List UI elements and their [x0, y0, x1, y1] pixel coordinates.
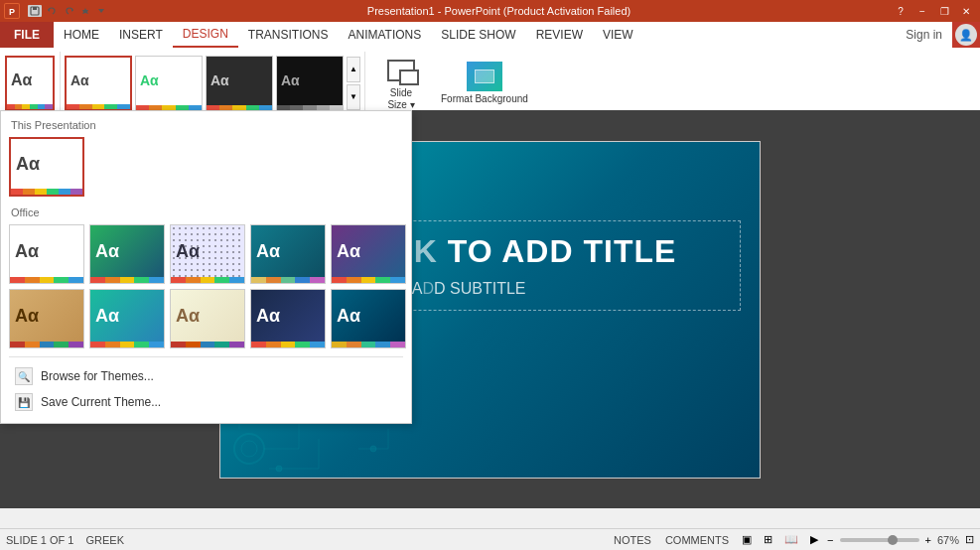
animations-menu-button[interactable]: ANIMATIONS — [338, 22, 431, 48]
help-button[interactable]: ? — [891, 3, 910, 19]
current-theme-thumb[interactable]: Aα — [5, 56, 55, 111]
variant-4[interactable]: Aα — [276, 56, 344, 111]
slideshow-button[interactable]: ▶ — [807, 532, 821, 547]
theme-office-3[interactable]: Aα — [170, 224, 245, 284]
view-menu-button[interactable]: VIEW — [593, 22, 643, 48]
svg-marker-5 — [71, 8, 73, 12]
theme-office-8[interactable]: Aα — [170, 289, 245, 348]
fit-slide-button[interactable]: ⊡ — [965, 533, 974, 546]
theme-office-5[interactable]: Aα — [331, 224, 406, 284]
theme-dropdown: This Presentation Aα Office Aα Aα Aα — [0, 110, 412, 424]
svg-marker-4 — [48, 8, 50, 12]
insert-menu-button[interactable]: INSERT — [109, 22, 173, 48]
theme-office-1[interactable]: Aα — [9, 224, 84, 284]
this-presentation-themes: Aα — [9, 137, 403, 197]
theme-office-9[interactable]: Aα — [250, 289, 326, 348]
slide-size-icon — [383, 56, 419, 85]
home-menu-button[interactable]: HOME — [54, 22, 109, 48]
undo-icon[interactable] — [45, 5, 59, 17]
redo-icon[interactable] — [62, 5, 75, 17]
minimize-button[interactable]: − — [912, 3, 932, 19]
language-status: GREEK — [85, 534, 124, 546]
window-controls: ? − ❐ ✕ — [891, 3, 976, 19]
zoom-in-button[interactable]: + — [925, 534, 931, 546]
zoom-out-button[interactable]: − — [827, 534, 833, 546]
save-theme-button[interactable]: 💾 Save Current Theme... — [9, 389, 403, 415]
format-bg-icon — [467, 62, 502, 91]
slide-size-label: Slide Size ▾ — [387, 87, 414, 111]
status-right: NOTES COMMENTS ▣ ⊞ 📖 ▶ − + 67% ⊡ — [610, 532, 974, 547]
save-theme-label: Save Current Theme... — [41, 395, 161, 409]
transitions-menu-button[interactable]: TRANSITIONS — [238, 22, 339, 48]
svg-rect-3 — [33, 7, 37, 10]
window-title: Presentation1 - PowerPoint (Product Acti… — [107, 5, 891, 17]
theme-office-2[interactable]: Aα — [89, 224, 165, 284]
theme-office-circuit[interactable]: Aα Circuit — [331, 289, 406, 348]
file-menu-button[interactable]: FILE — [0, 22, 54, 48]
zoom-level: 67% — [937, 534, 959, 546]
reading-view-button[interactable]: 📖 — [781, 532, 801, 547]
save-theme-icon: 💾 — [15, 393, 33, 411]
variants-up-button[interactable]: ▲ — [347, 57, 360, 82]
save-icon[interactable] — [28, 5, 42, 17]
status-bar: SLIDE 1 OF 1 GREEK NOTES COMMENTS ▣ ⊞ 📖 … — [0, 528, 980, 550]
restore-button[interactable]: ❐ — [934, 3, 954, 19]
variants-down-button[interactable]: ▼ — [347, 84, 360, 110]
variant-1[interactable]: Aα — [65, 56, 132, 111]
title-bar-left: P — [4, 3, 107, 19]
comments-button[interactable]: COMMENTS — [661, 533, 733, 547]
variant-2[interactable]: Aα — [135, 56, 203, 111]
user-avatar: 👤 — [955, 24, 977, 46]
quick-access-icon[interactable] — [78, 5, 92, 17]
design-menu-button[interactable]: DESIGN — [173, 22, 238, 48]
format-background-button[interactable]: Format Background — [435, 58, 534, 109]
status-left: SLIDE 1 OF 1 GREEK — [6, 534, 124, 546]
slide-count: SLIDE 1 OF 1 — [6, 534, 73, 546]
this-presentation-label: This Presentation — [9, 119, 403, 131]
slide-sorter-button[interactable]: ⊞ — [761, 532, 775, 547]
variants-scroll: ▲ ▼ — [347, 57, 360, 110]
review-menu-button[interactable]: REVIEW — [526, 22, 593, 48]
browse-themes-icon: 🔍 — [15, 367, 33, 385]
slide-size-button[interactable]: Slide Size ▾ — [371, 52, 431, 115]
format-background-label: Format Background — [441, 93, 528, 105]
theme-office-4[interactable]: Aα — [250, 224, 326, 284]
sign-in-button[interactable]: Sign in — [896, 22, 952, 48]
office-label: Office — [9, 206, 403, 218]
theme-this-presentation[interactable]: Aα — [9, 137, 84, 197]
zoom-thumb — [888, 535, 898, 545]
office-themes-grid: Aα Aα Aα Aα Aα Aα Aα — [9, 224, 403, 348]
browse-themes-button[interactable]: 🔍 Browse for Themes... — [9, 363, 403, 389]
close-button[interactable]: ✕ — [956, 3, 976, 19]
dropdown-arrow-icon[interactable] — [95, 5, 107, 17]
svg-text:P: P — [9, 7, 15, 17]
title-bar: P Presentation1 - PowerPoint (Product Ac… — [0, 0, 980, 22]
app-icon: P — [4, 3, 20, 19]
browse-themes-label: Browse for Themes... — [41, 369, 154, 383]
theme-office-7[interactable]: Aα — [89, 289, 165, 348]
variant-3[interactable]: Aα — [206, 56, 273, 111]
zoom-slider[interactable] — [840, 538, 919, 542]
dropdown-footer: 🔍 Browse for Themes... 💾 Save Current Th… — [9, 356, 403, 415]
svg-marker-6 — [82, 8, 88, 14]
slideshow-menu-button[interactable]: SLIDE SHOW — [431, 22, 525, 48]
menu-bar: FILE HOME INSERT DESIGN TRANSITIONS ANIM… — [0, 22, 980, 48]
theme-office-6[interactable]: Aα — [9, 289, 84, 348]
normal-view-button[interactable]: ▣ — [739, 532, 755, 547]
svg-marker-7 — [98, 9, 104, 13]
notes-button[interactable]: NOTES — [610, 533, 655, 547]
